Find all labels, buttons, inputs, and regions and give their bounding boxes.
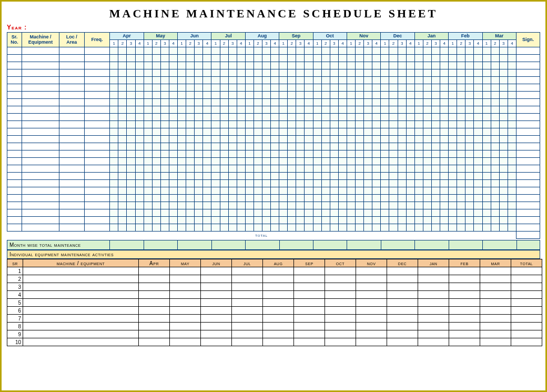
schedule-cell[interactable] (516, 92, 540, 99)
schedule-cell[interactable] (203, 224, 211, 232)
schedule-cell[interactable] (482, 99, 491, 106)
schedule-cell[interactable] (254, 143, 262, 150)
schedule-cell[interactable] (254, 121, 262, 128)
schedule-cell[interactable] (254, 128, 262, 136)
schedule-cell[interactable] (305, 128, 313, 136)
schedule-cell[interactable] (338, 69, 347, 77)
schedule-cell[interactable] (423, 202, 431, 209)
schedule-cell[interactable] (414, 106, 423, 114)
act-cell[interactable] (480, 307, 511, 315)
schedule-cell[interactable] (110, 114, 118, 121)
schedule-cell[interactable] (160, 77, 169, 84)
schedule-cell[interactable] (482, 69, 491, 77)
schedule-cell[interactable] (144, 202, 152, 209)
schedule-cell[interactable] (389, 217, 398, 224)
schedule-cell[interactable] (144, 62, 152, 69)
schedule-cell[interactable] (169, 128, 177, 136)
schedule-cell[interactable] (211, 121, 220, 128)
schedule-cell[interactable] (110, 106, 118, 114)
schedule-cell[interactable] (22, 165, 59, 173)
schedule-cell[interactable] (482, 77, 491, 84)
schedule-cell[interactable] (152, 150, 160, 158)
schedule-cell[interactable] (389, 187, 398, 195)
schedule-cell[interactable] (22, 121, 59, 128)
schedule-cell[interactable] (482, 173, 491, 180)
schedule-cell[interactable] (313, 84, 321, 92)
act-cell[interactable] (325, 299, 356, 307)
schedule-cell[interactable] (440, 202, 449, 209)
schedule-cell[interactable] (465, 173, 474, 180)
schedule-cell[interactable] (254, 62, 262, 69)
schedule-cell[interactable] (406, 136, 414, 143)
schedule-cell[interactable] (186, 158, 195, 165)
schedule-cell[interactable] (279, 114, 288, 121)
schedule-cell[interactable] (152, 92, 160, 99)
schedule-cell[interactable] (186, 114, 195, 121)
schedule-cell[interactable] (228, 99, 237, 106)
schedule-cell[interactable] (245, 55, 254, 62)
schedule-cell[interactable] (465, 187, 474, 195)
schedule-cell[interactable] (195, 143, 203, 150)
schedule-cell[interactable] (406, 106, 414, 114)
schedule-cell[interactable] (330, 77, 338, 84)
schedule-cell[interactable] (305, 69, 313, 77)
schedule-cell[interactable] (296, 143, 305, 150)
schedule-cell[interactable] (389, 173, 398, 180)
schedule-cell[interactable] (338, 180, 347, 187)
schedule-cell[interactable] (228, 106, 237, 114)
schedule-cell[interactable] (330, 158, 338, 165)
act-cell[interactable] (263, 275, 294, 283)
act-cell[interactable] (387, 323, 418, 330)
schedule-cell[interactable] (211, 180, 220, 187)
schedule-cell[interactable] (465, 92, 474, 99)
schedule-cell[interactable] (364, 136, 372, 143)
schedule-cell[interactable] (245, 62, 254, 69)
schedule-cell[interactable] (457, 180, 465, 187)
schedule-cell[interactable] (449, 217, 457, 224)
schedule-cell[interactable] (406, 217, 414, 224)
schedule-cell[interactable] (364, 150, 372, 158)
schedule-cell[interactable] (423, 121, 431, 128)
schedule-cell[interactable] (262, 84, 271, 92)
schedule-cell[interactable] (338, 84, 347, 92)
schedule-cell[interactable] (178, 217, 186, 224)
schedule-cell[interactable] (228, 128, 237, 136)
schedule-cell[interactable] (499, 69, 508, 77)
schedule-cell[interactable] (321, 92, 330, 99)
schedule-cell[interactable] (457, 106, 465, 114)
schedule-cell[interactable] (228, 77, 237, 84)
act-cell[interactable] (511, 283, 542, 291)
schedule-cell[interactable] (160, 62, 169, 69)
schedule-cell[interactable] (440, 187, 449, 195)
schedule-cell[interactable] (313, 136, 321, 143)
schedule-cell[interactable] (203, 69, 211, 77)
schedule-cell[interactable] (516, 84, 540, 92)
schedule-cell[interactable] (449, 136, 457, 143)
schedule-cell[interactable] (169, 69, 177, 77)
act-cell[interactable] (511, 315, 542, 323)
schedule-cell[interactable] (305, 106, 313, 114)
schedule-cell[interactable] (330, 121, 338, 128)
schedule-cell[interactable] (474, 165, 482, 173)
schedule-cell[interactable] (262, 195, 271, 202)
act-cell[interactable] (294, 323, 325, 330)
schedule-cell[interactable] (127, 195, 135, 202)
schedule-cell[interactable] (127, 143, 135, 150)
act-cell[interactable] (480, 299, 511, 307)
act-cell[interactable] (356, 330, 387, 338)
schedule-cell[interactable] (160, 69, 169, 77)
act-cell[interactable] (139, 315, 170, 323)
schedule-cell[interactable] (491, 202, 499, 209)
schedule-cell[interactable] (127, 62, 135, 69)
schedule-cell[interactable] (135, 128, 144, 136)
schedule-cell[interactable] (59, 180, 84, 187)
schedule-cell[interactable] (59, 224, 84, 232)
schedule-cell[interactable] (296, 195, 305, 202)
schedule-cell[interactable] (279, 150, 288, 158)
schedule-cell[interactable] (110, 62, 118, 69)
schedule-cell[interactable] (465, 121, 474, 128)
month-wise-cell[interactable] (381, 240, 414, 250)
schedule-cell[interactable] (59, 121, 84, 128)
schedule-cell[interactable] (313, 143, 321, 150)
schedule-cell[interactable] (449, 84, 457, 92)
